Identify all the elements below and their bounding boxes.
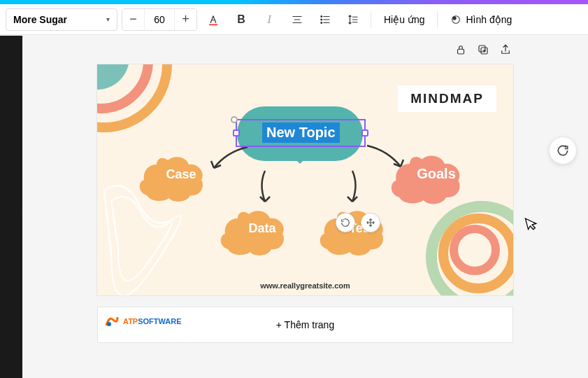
svg-point-5 xyxy=(453,16,457,20)
svg-point-3 xyxy=(321,22,322,23)
spacing-icon xyxy=(347,13,359,26)
node-goals[interactable]: Goals xyxy=(391,145,482,202)
separator xyxy=(371,11,371,28)
font-name: More Sugar xyxy=(13,14,67,25)
quick-action-fab[interactable] xyxy=(549,136,577,164)
list-icon xyxy=(319,13,331,26)
refresh-plus-icon xyxy=(556,144,570,158)
selection-handle-left[interactable] xyxy=(233,130,240,136)
add-page-button[interactable]: ATPSOFTWARE + Thêm trang xyxy=(97,307,513,343)
svg-point-11 xyxy=(97,64,129,90)
effects-button[interactable]: Hiệu ứng xyxy=(377,8,431,31)
duplicate-icon xyxy=(477,43,489,56)
export-slide-button[interactable] xyxy=(498,42,513,57)
central-topic-text[interactable]: New Topic xyxy=(262,122,340,143)
font-family-picker[interactable]: More Sugar ▾ xyxy=(6,8,117,31)
line-spacing-button[interactable] xyxy=(341,8,365,31)
font-size-increase-button[interactable]: + xyxy=(174,8,196,31)
italic-button[interactable]: I xyxy=(257,8,281,31)
svg-point-14 xyxy=(454,229,496,271)
decorative-arcs xyxy=(97,64,202,141)
rotate-handle[interactable] xyxy=(336,213,355,232)
add-page-label: + Thêm trang xyxy=(276,319,334,330)
font-size-value[interactable]: 60 xyxy=(145,14,174,25)
canvas-area: MINDMAP Case Goals Data Test New Top xyxy=(22,35,588,378)
node-data[interactable]: Data xyxy=(220,201,304,255)
node-data-label: Data xyxy=(248,221,275,236)
decorative-brush xyxy=(415,190,513,295)
rotate-icon xyxy=(340,218,350,227)
slide-tools xyxy=(97,35,513,64)
svg-point-1 xyxy=(321,15,322,17)
node-case-label: Case xyxy=(166,167,196,182)
text-color-button[interactable] xyxy=(201,8,225,31)
bold-button[interactable]: B xyxy=(229,8,253,31)
font-size-stepper: − 60 + xyxy=(122,8,197,31)
cursor-icon xyxy=(524,214,540,232)
website-url: www.reallygreatsite.com xyxy=(97,281,513,290)
atp-logo-icon xyxy=(103,313,120,330)
mouse-cursor xyxy=(524,214,540,235)
selection-floating-handles xyxy=(336,213,380,232)
svg-point-15 xyxy=(107,322,111,326)
lock-slide-button[interactable] xyxy=(453,42,468,57)
separator xyxy=(437,11,438,28)
bullet-list-button[interactable] xyxy=(313,8,337,31)
duplicate-slide-button[interactable] xyxy=(475,42,491,57)
move-handle[interactable] xyxy=(361,213,380,232)
font-size-decrease-button[interactable]: − xyxy=(122,8,145,31)
align-button[interactable] xyxy=(285,8,309,31)
node-case[interactable]: Case xyxy=(139,147,223,202)
svg-rect-6 xyxy=(458,49,464,54)
export-icon xyxy=(499,43,512,56)
animation-icon xyxy=(450,14,461,25)
animation-button[interactable]: Hình động xyxy=(443,8,519,31)
svg-rect-0 xyxy=(209,24,217,25)
svg-point-2 xyxy=(321,19,322,20)
selection-handle-right[interactable] xyxy=(361,130,368,136)
node-goals-label: Goals xyxy=(417,166,456,182)
text-toolbar: More Sugar ▾ − 60 + B I Hiệu ứng Hình độ… xyxy=(0,4,588,35)
lock-icon xyxy=(454,43,467,56)
rotation-anchor[interactable] xyxy=(231,116,238,123)
slide-canvas[interactable]: MINDMAP Case Goals Data Test New Top xyxy=(97,64,513,295)
text-color-icon xyxy=(207,13,220,26)
mindmap-title[interactable]: MINDMAP xyxy=(398,85,496,112)
move-icon xyxy=(366,218,375,227)
align-center-icon xyxy=(291,13,303,26)
chevron-down-icon: ▾ xyxy=(106,15,110,23)
atp-logo: ATPSOFTWARE xyxy=(103,313,182,330)
